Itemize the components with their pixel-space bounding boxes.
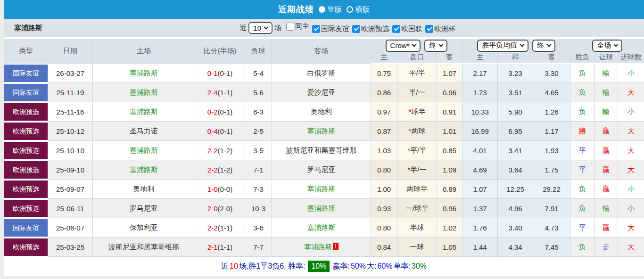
cell-mean-draw: 3.41 — [498, 141, 533, 160]
col-mean-home: 主 — [462, 52, 498, 64]
cell-odds-away: 1.05 — [437, 238, 462, 257]
cell-competition: 欧洲预选 — [4, 199, 48, 218]
cell-away-team: 塞浦路斯 — [272, 122, 371, 141]
cell-handicap: *平/半 — [397, 141, 437, 160]
filter-checkbox-同主[interactable]: 同主 — [286, 22, 309, 31]
cell-competition: 欧洲预选 — [4, 141, 48, 160]
cell-odds-away: 0.89 — [437, 180, 462, 199]
mean-type-select[interactable]: 胜平负均值 — [477, 40, 528, 52]
cell-mean-away: 4.73 — [533, 218, 570, 238]
chevron-down-icon — [614, 42, 619, 47]
cell-mean-away: 7.91 — [533, 199, 570, 218]
cell-corners: 7-1 — [245, 160, 272, 180]
cell-competition: 欧洲预选 — [4, 122, 48, 141]
cell-away-team: 塞浦路斯1 — [272, 238, 371, 257]
table-row: 欧洲预选25-03-25波斯尼亚和黑塞哥维那2-1(1-1)7-7塞浦路斯10.… — [4, 238, 644, 257]
cell-result: 负 — [570, 199, 594, 218]
cell-date: 25-09-07 — [48, 180, 93, 199]
checkbox-label: 国际友谊 — [321, 25, 349, 33]
cell-away-team: 奥地利 — [272, 102, 371, 122]
cell-mean-away: 4.65 — [533, 83, 570, 102]
recent-results-panel: 近期战绩 竖版 横版 塞浦路斯 近 10 场 同主国际友谊欧洲预选欧国联欧洲杯 — [4, 0, 644, 276]
filter-checkbox-欧洲预选[interactable]: 欧洲预选 — [352, 25, 389, 33]
cell-away-team: 塞浦路斯 — [272, 180, 371, 199]
red-card-badge: 1 — [333, 243, 339, 250]
cell-result: 平 — [570, 160, 594, 180]
table-header: 类型 日期 主场 比分(半场) 角球 客场 Crow* 终 — [4, 38, 644, 64]
cell-competition: 欧洲预选 — [4, 238, 48, 257]
checkbox-checked-icon[interactable] — [392, 25, 400, 33]
cell-result: 负 — [570, 83, 594, 102]
cell-handicap: 半球 — [397, 218, 437, 238]
cell-mean-away: 1.93 — [533, 141, 570, 160]
checkbox-label: 同主 — [295, 22, 309, 31]
cell-mean-home: 16.99 — [462, 122, 498, 141]
cell-goals: 小 — [618, 102, 644, 122]
odds-time-select[interactable]: 终 — [424, 40, 447, 52]
radio-vertical-label[interactable]: 竖版 — [328, 5, 342, 14]
cell-odds-away: 1.01 — [437, 122, 462, 141]
mean-time-select[interactable]: 终 — [532, 40, 555, 52]
cell-score: 0-4(0-1) — [195, 122, 245, 141]
cell-mean-home: 4.01 — [462, 141, 498, 160]
cell-score: 0-1(0-1) — [195, 64, 245, 83]
cell-handicap: 一/球半 — [397, 199, 437, 218]
radio-horizontal-label[interactable]: 横版 — [355, 5, 370, 14]
cell-result: 负 — [570, 180, 594, 199]
radio-vertical-layout[interactable]: 竖版 — [319, 5, 342, 14]
radio-selected-icon[interactable] — [319, 6, 325, 13]
cell-result: 平 — [570, 218, 594, 238]
filter-checkbox-欧洲杯[interactable]: 欧洲杯 — [425, 25, 455, 33]
cell-odds-away: 1.07 — [437, 64, 462, 83]
scope-select-group: 全场 — [570, 38, 644, 52]
chevron-down-icon — [547, 42, 552, 47]
cell-date: 25-09-10 — [48, 160, 93, 180]
chevron-down-icon — [520, 42, 525, 47]
cell-score: 2-2(1-2) — [195, 160, 245, 180]
cell-home-team: 保加利亚 — [93, 218, 195, 238]
cell-odds-home: 0.80 — [371, 160, 397, 180]
cell-date: 25-06-07 — [48, 218, 93, 238]
footer-segment: 60% — [377, 262, 392, 271]
filter-checkbox-欧国联[interactable]: 欧国联 — [392, 25, 422, 33]
cell-result: 负 — [570, 64, 594, 83]
cell-handicap: 半/一 — [397, 83, 437, 102]
cell-corners: 7-3 — [245, 180, 272, 199]
filter-checkbox-国际友谊[interactable]: 国际友谊 — [312, 25, 349, 33]
cell-handicap-result: 贏 — [594, 141, 618, 160]
cell-handicap-result: 輸 — [594, 102, 618, 122]
cell-score: 0-2(0-1) — [195, 102, 245, 122]
col-home: 主场 — [93, 38, 195, 64]
cell-odds-home: 0.75 — [371, 64, 397, 83]
cell-odds-away: 0.96 — [437, 83, 462, 102]
cell-mean-draw: 4.34 — [498, 238, 533, 257]
scope-select[interactable]: 全场 — [592, 40, 622, 52]
radio-horizontal-layout[interactable]: 横版 — [347, 5, 370, 14]
odds-company-select[interactable]: Crow* — [386, 40, 421, 52]
checkbox-unchecked-icon[interactable] — [286, 23, 294, 31]
radio-unselected-icon[interactable] — [347, 6, 353, 13]
cell-corners: 10-3 — [245, 199, 272, 218]
table-row: 欧洲预选25-06-11罗马尼亚2-0(2-0)10-3塞浦路斯0.93一/球半… — [4, 199, 644, 218]
cell-odds-home: 0.87 — [371, 122, 397, 141]
cell-mean-away: 1.75 — [533, 160, 570, 180]
checkbox-checked-icon[interactable] — [352, 25, 360, 33]
cell-mean-draw: 3.40 — [498, 218, 533, 238]
chevron-down-icon — [264, 25, 269, 29]
cell-result: 负 — [570, 238, 594, 257]
cell-handicap-result: 贏 — [594, 122, 618, 141]
checkbox-checked-icon[interactable] — [425, 25, 433, 33]
col-date: 日期 — [48, 38, 93, 64]
table-row: 欧洲预选25-10-10塞浦路斯2-2(1-2)3-5波斯尼亚和黑塞哥维那1.0… — [4, 141, 644, 160]
near-count-select[interactable]: 10 — [248, 22, 272, 34]
col-odds-away: 客 — [437, 52, 462, 64]
cell-goals: 大 — [618, 83, 644, 102]
cell-score: 2-1(1-1) — [195, 238, 245, 257]
cell-mean-home: 1.37 — [462, 199, 498, 218]
cell-mean-home: 2.17 — [462, 64, 498, 83]
cell-goals: 小 — [618, 199, 644, 218]
checkbox-checked-icon[interactable] — [312, 25, 320, 33]
cell-odds-home: 0.84 — [371, 238, 397, 257]
cell-goals: 大 — [618, 238, 644, 257]
cell-corners: 5-4 — [245, 64, 272, 83]
